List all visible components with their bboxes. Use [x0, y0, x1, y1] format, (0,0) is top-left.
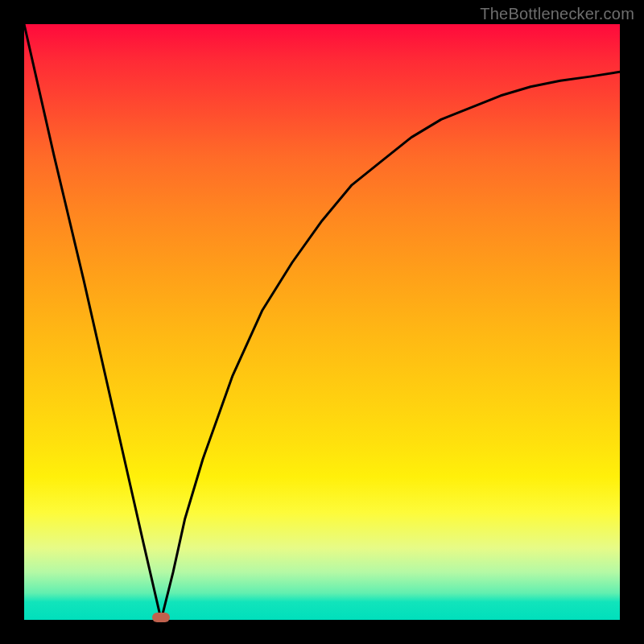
optimal-marker [152, 613, 170, 622]
plot-area [24, 24, 620, 620]
watermark-text: TheBottlenecker.com [480, 5, 634, 23]
curve-svg [24, 24, 620, 620]
chart-stage: TheBottlenecker.com [0, 0, 644, 644]
bottleneck-curve-path [24, 24, 620, 620]
